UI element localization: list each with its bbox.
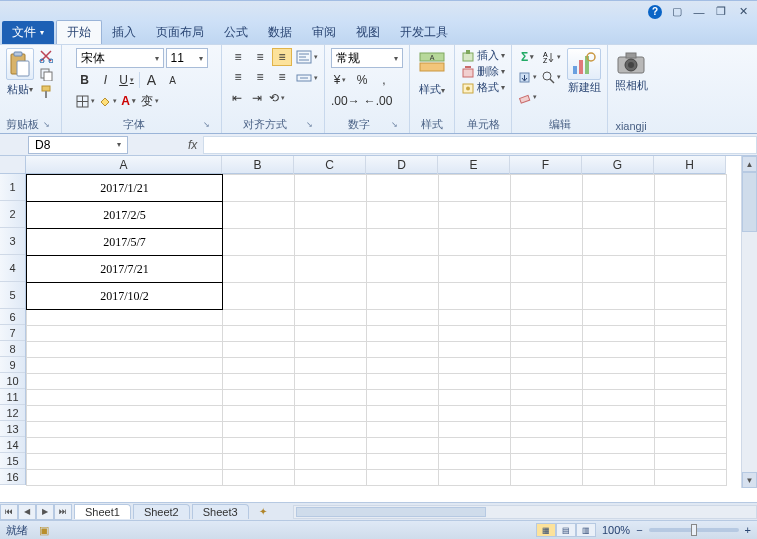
cell-H3[interactable] [655,229,727,256]
percent-button[interactable]: % [353,71,371,89]
merge-center-button[interactable] [296,69,318,87]
align-right-button[interactable]: ≡ [272,68,292,86]
cell[interactable] [583,406,655,422]
cell[interactable] [655,326,727,342]
row-header-11[interactable]: 11 [0,389,25,405]
camera-button[interactable] [614,48,648,78]
clipboard-launcher[interactable]: ↘ [43,120,55,132]
cell[interactable] [367,406,439,422]
sheet-tab-1[interactable]: Sheet1 [74,504,131,519]
row-header-8[interactable]: 8 [0,341,25,357]
cell-D3[interactable] [367,229,439,256]
cell[interactable] [27,358,223,374]
cell-E1[interactable] [439,175,511,202]
cell[interactable] [223,310,295,326]
cell[interactable] [439,326,511,342]
file-tab[interactable]: 文件 ▾ [2,21,54,44]
cell-G2[interactable] [583,202,655,229]
cell[interactable] [583,454,655,470]
cell-C1[interactable] [295,175,367,202]
bold-button[interactable]: B [76,71,94,89]
underline-button[interactable]: U [118,71,136,89]
horizontal-scrollbar[interactable] [293,505,757,519]
cell-D2[interactable] [367,202,439,229]
row-header-4[interactable]: 4 [0,255,25,282]
sheet-nav-first[interactable]: ⏮ [0,504,18,520]
cell[interactable] [583,422,655,438]
cell[interactable] [367,310,439,326]
cell[interactable] [223,470,295,486]
cell[interactable] [583,310,655,326]
zoom-level[interactable]: 100% [602,524,630,536]
find-select-button[interactable] [541,68,561,86]
align-top-button[interactable]: ≡ [228,48,248,66]
cell[interactable] [655,342,727,358]
macro-record-icon[interactable]: ▣ [39,524,49,536]
align-bottom-button[interactable]: ≡ [272,48,292,66]
cell[interactable] [511,470,583,486]
copy-button[interactable] [37,66,55,82]
row-header-15[interactable]: 15 [0,453,25,469]
sheet-nav-prev[interactable]: ◀ [18,504,36,520]
cell[interactable] [511,390,583,406]
cell-C2[interactable] [295,202,367,229]
cell[interactable] [27,422,223,438]
cell[interactable] [27,390,223,406]
sheet-tab-2[interactable]: Sheet2 [133,504,190,519]
cell-A4[interactable]: 2017/7/21 [27,256,223,283]
align-center-button[interactable]: ≡ [250,68,270,86]
cell[interactable] [511,358,583,374]
cell-D1[interactable] [367,175,439,202]
font-color-button[interactable]: A [120,92,138,110]
cell[interactable] [223,374,295,390]
cut-button[interactable] [37,48,55,64]
cell[interactable] [367,438,439,454]
column-header-A[interactable]: A [26,156,222,174]
new-group-button[interactable] [567,48,601,80]
column-header-F[interactable]: F [510,156,582,174]
row-header-2[interactable]: 2 [0,201,25,228]
cell[interactable] [367,390,439,406]
delete-cells-button[interactable]: 删除▾ [461,64,505,79]
tab-formulas[interactable]: 公式 [214,21,258,44]
insert-cells-button[interactable]: 插入▾ [461,48,505,63]
cell-A1[interactable]: 2017/1/21 [27,175,223,202]
cell[interactable] [223,326,295,342]
cell[interactable] [367,326,439,342]
cell[interactable] [583,470,655,486]
cell[interactable] [655,438,727,454]
row-header-3[interactable]: 3 [0,228,25,255]
cell-E3[interactable] [439,229,511,256]
cell[interactable] [655,422,727,438]
cell[interactable] [439,438,511,454]
tab-data[interactable]: 数据 [258,21,302,44]
cell[interactable] [367,454,439,470]
cell[interactable] [27,374,223,390]
cell-C3[interactable] [295,229,367,256]
new-sheet-button[interactable]: ✦ [253,505,273,519]
formula-input[interactable] [203,136,757,154]
cell-H2[interactable] [655,202,727,229]
cell[interactable] [511,374,583,390]
cell[interactable] [439,470,511,486]
row-header-10[interactable]: 10 [0,373,25,389]
cell-B4[interactable] [223,256,295,283]
cell[interactable] [295,342,367,358]
tab-developer[interactable]: 开发工具 [390,21,458,44]
paste-button[interactable] [6,48,34,80]
cell-C4[interactable] [295,256,367,283]
cell[interactable] [439,358,511,374]
column-header-H[interactable]: H [654,156,726,174]
row-header-13[interactable]: 13 [0,421,25,437]
cell[interactable] [367,470,439,486]
italic-button[interactable]: I [97,71,115,89]
paste-label[interactable]: 粘贴▾ [7,82,33,97]
row-header-7[interactable]: 7 [0,325,25,341]
grow-font-button[interactable]: A [143,71,161,89]
scroll-up-button[interactable]: ▲ [742,156,757,172]
cell[interactable] [511,454,583,470]
cell[interactable] [27,438,223,454]
cell-D5[interactable] [367,283,439,310]
tab-home[interactable]: 开始 [56,20,102,44]
font-size-select[interactable]: 11▾ [166,48,208,68]
